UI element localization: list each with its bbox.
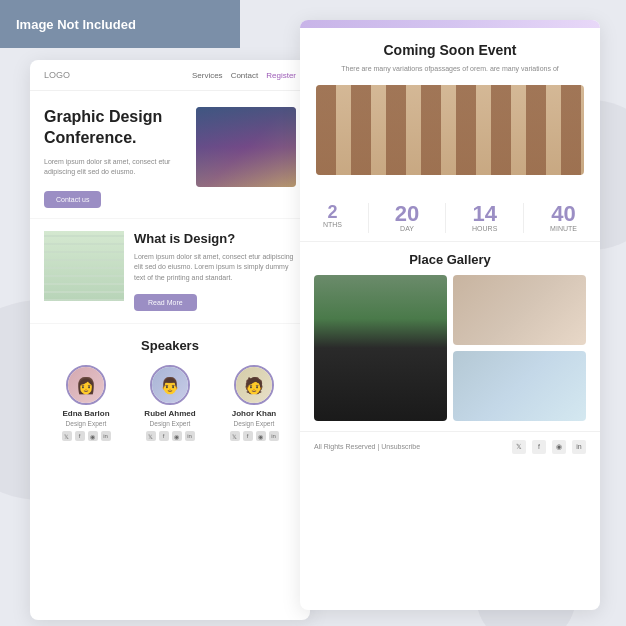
countdown-divider: [523, 203, 524, 233]
gallery-item-1: [314, 275, 447, 421]
banner-text: Image Not Included: [16, 17, 136, 32]
coming-soon-section: Coming Soon Event There are many variati…: [300, 28, 600, 195]
piano-image: [314, 275, 447, 421]
facebook-footer-icon[interactable]: f: [532, 440, 546, 454]
facebook-icon[interactable]: f: [159, 431, 169, 441]
speaker-avatar-2: 👨: [150, 365, 190, 405]
contact-us-button[interactable]: Contact us: [44, 191, 101, 208]
speaker-role-1: Design Expert: [51, 420, 121, 427]
coming-soon-title: Coming Soon Event: [316, 42, 584, 58]
gallery-item-2: [453, 275, 586, 345]
speaker-role-3: Design Expert: [219, 420, 289, 427]
speakers-row: 👩 Edna Barlon Design Expert 𝕏 f ◉ in 👨 R…: [44, 365, 296, 441]
avatar-icon-3: 🧑: [236, 367, 272, 403]
speaker-social-2: 𝕏 f ◉ in: [135, 431, 205, 441]
what-text: What is Design? Lorem ipsum dolor sit am…: [134, 231, 296, 312]
speaker-item: 👩 Edna Barlon Design Expert 𝕏 f ◉ in: [51, 365, 121, 441]
speakers-title: Speakers: [44, 338, 296, 353]
nav-register[interactable]: Register: [266, 71, 296, 80]
countdown-hours: 14 HOURS: [472, 203, 497, 233]
nav-links: Services Contact Register: [192, 71, 296, 80]
linkedin-icon[interactable]: in: [101, 431, 111, 441]
hero-description: Lorem ipsum dolor sit amet, consect etur…: [44, 157, 188, 178]
countdown-divider: [445, 203, 446, 233]
countdown-minutes-value: 40: [550, 203, 577, 225]
left-email-card: LOGO Services Contact Register Graphic D…: [30, 60, 310, 620]
hero-text: Graphic Design Conference. Lorem ipsum d…: [44, 107, 188, 208]
speaker-social-3: 𝕏 f ◉ in: [219, 431, 289, 441]
chairs-visual: [316, 85, 584, 175]
countdown-days: 20 DAY: [395, 203, 419, 233]
countdown-days-label: DAY: [395, 225, 419, 232]
twitter-icon[interactable]: 𝕏: [62, 431, 72, 441]
gallery-title: Place Gallery: [314, 252, 586, 267]
linkedin-icon[interactable]: in: [269, 431, 279, 441]
footer-social-links: 𝕏 f ◉ in: [512, 440, 586, 454]
speaker-avatar-1: 👩: [66, 365, 106, 405]
countdown-hours-value: 14: [472, 203, 497, 225]
logo-text: LOGO: [44, 70, 70, 80]
gallery-section: Place Gallery: [300, 242, 600, 431]
gallery-image-3: [453, 351, 586, 421]
instagram-icon[interactable]: ◉: [256, 431, 266, 441]
hero-image: [196, 107, 296, 187]
countdown-days-value: 20: [395, 203, 419, 225]
twitter-icon[interactable]: 𝕏: [146, 431, 156, 441]
right-top-bar: [300, 20, 600, 28]
avatar-icon-1: 👩: [68, 367, 104, 403]
speaker-avatar-3: 🧑: [234, 365, 274, 405]
instagram-icon[interactable]: ◉: [172, 431, 182, 441]
speaker-social-1: 𝕏 f ◉ in: [51, 431, 121, 441]
footer-copyright: All Rights Reserved | Unsubscribe: [314, 443, 420, 450]
what-description: Lorem ipsum dolor sit amet, consect etur…: [134, 252, 296, 284]
speakers-section: Speakers 👩 Edna Barlon Design Expert 𝕏 f…: [30, 323, 310, 455]
facebook-icon[interactable]: f: [75, 431, 85, 441]
facebook-icon[interactable]: f: [243, 431, 253, 441]
countdown-row: 2 NTHS 20 DAY 14 HOURS 40 MINUTE: [300, 195, 600, 242]
speaker-role-2: Design Expert: [135, 420, 205, 427]
countdown-months-value: 2: [323, 203, 342, 221]
right-footer: All Rights Reserved | Unsubscribe 𝕏 f ◉ …: [300, 431, 600, 462]
nav-contact[interactable]: Contact: [231, 71, 259, 80]
hero-section: Graphic Design Conference. Lorem ipsum d…: [30, 91, 310, 218]
left-nav: LOGO Services Contact Register: [30, 60, 310, 91]
countdown-hours-label: HOURS: [472, 225, 497, 232]
what-title: What is Design?: [134, 231, 296, 246]
countdown-months-label: NTHS: [323, 221, 342, 228]
countdown-divider: [368, 203, 369, 233]
countdown-minutes: 40 MINUTE: [550, 203, 577, 233]
coming-soon-image: [316, 85, 584, 175]
linkedin-footer-icon[interactable]: in: [572, 440, 586, 454]
hero-title: Graphic Design Conference.: [44, 107, 188, 149]
read-more-button[interactable]: Read More: [134, 294, 197, 311]
speaker-name-3: Johor Khan: [219, 409, 289, 418]
speaker-item: 👨 Rubel Ahmed Design Expert 𝕏 f ◉ in: [135, 365, 205, 441]
image-not-included-banner: Image Not Included: [0, 0, 240, 48]
coming-soon-description: There are many variations ofpassages of …: [316, 64, 584, 75]
speaker-name-1: Edna Barlon: [51, 409, 121, 418]
countdown-months: 2 NTHS: [323, 203, 342, 233]
speaker-item: 🧑 Johor Khan Design Expert 𝕏 f ◉ in: [219, 365, 289, 441]
countdown-minutes-label: MINUTE: [550, 225, 577, 232]
instagram-icon[interactable]: ◉: [88, 431, 98, 441]
gallery-item-3: [453, 351, 586, 421]
nav-services[interactable]: Services: [192, 71, 223, 80]
right-email-card: Coming Soon Event There are many variati…: [300, 20, 600, 610]
speaker-name-2: Rubel Ahmed: [135, 409, 205, 418]
twitter-icon[interactable]: 𝕏: [230, 431, 240, 441]
what-section: What is Design? Lorem ipsum dolor sit am…: [30, 218, 310, 324]
avatar-icon-2: 👨: [152, 367, 188, 403]
linkedin-icon[interactable]: in: [185, 431, 195, 441]
gallery-grid: [314, 275, 586, 421]
twitter-footer-icon[interactable]: 𝕏: [512, 440, 526, 454]
what-image: [44, 231, 124, 301]
instagram-footer-icon[interactable]: ◉: [552, 440, 566, 454]
gallery-image-2: [453, 275, 586, 345]
